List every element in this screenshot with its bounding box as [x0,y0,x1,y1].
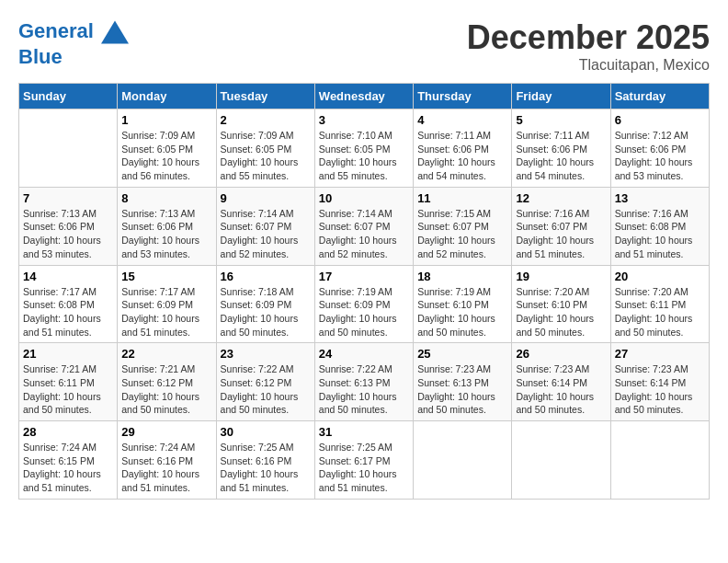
calendar-cell: 29Sunrise: 7:24 AMSunset: 6:16 PMDayligh… [118,421,216,500]
day-header-saturday: Saturday [610,84,709,109]
day-number: 25 [417,347,507,361]
calendar-cell: 28Sunrise: 7:24 AMSunset: 6:15 PMDayligh… [19,421,118,500]
calendar-cell: 2Sunrise: 7:09 AMSunset: 6:05 PMDaylight… [216,109,314,188]
calendar-cell: 24Sunrise: 7:22 AMSunset: 6:13 PMDayligh… [314,343,413,421]
day-number: 29 [121,425,211,439]
day-number: 17 [319,270,409,283]
day-info: Sunrise: 7:11 AMSunset: 6:06 PMDaylight:… [417,129,507,183]
calendar-cell: 27Sunrise: 7:23 AMSunset: 6:14 PMDayligh… [610,343,709,421]
day-number: 22 [121,347,211,361]
calendar-cell: 22Sunrise: 7:21 AMSunset: 6:12 PMDayligh… [118,343,216,421]
day-number: 9 [221,191,311,205]
day-number: 12 [516,191,606,205]
day-number: 6 [615,113,705,127]
calendar-cell: 21Sunrise: 7:21 AMSunset: 6:11 PMDayligh… [19,343,118,421]
day-number: 8 [121,191,211,205]
day-number: 14 [23,270,113,283]
day-info: Sunrise: 7:12 AMSunset: 6:06 PMDaylight:… [615,129,705,183]
calendar-cell: 10Sunrise: 7:14 AMSunset: 6:07 PMDayligh… [314,187,413,265]
day-header-wednesday: Wednesday [314,84,413,109]
day-number: 11 [417,191,507,205]
calendar-cell: 25Sunrise: 7:23 AMSunset: 6:13 PMDayligh… [414,343,512,421]
calendar-cell: 6Sunrise: 7:12 AMSunset: 6:06 PMDaylight… [610,109,709,188]
day-info: Sunrise: 7:16 AMSunset: 6:07 PMDaylight:… [516,207,606,261]
calendar-cell: 8Sunrise: 7:13 AMSunset: 6:06 PMDaylight… [118,187,216,265]
calendar-cell: 16Sunrise: 7:18 AMSunset: 6:09 PMDayligh… [216,265,314,343]
day-info: Sunrise: 7:24 AMSunset: 6:15 PMDaylight:… [23,441,113,495]
calendar-cell: 31Sunrise: 7:25 AMSunset: 6:17 PMDayligh… [314,421,413,500]
day-number: 1 [121,113,211,127]
calendar-cell: 9Sunrise: 7:14 AMSunset: 6:07 PMDaylight… [216,187,314,265]
day-info: Sunrise: 7:21 AMSunset: 6:11 PMDaylight:… [23,362,113,417]
svg-marker-0 [101,21,129,44]
day-info: Sunrise: 7:23 AMSunset: 6:14 PMDaylight:… [615,362,705,417]
day-number: 13 [615,191,705,205]
calendar-cell: 5Sunrise: 7:11 AMSunset: 6:06 PMDaylight… [512,109,610,188]
day-header-thursday: Thursday [414,84,512,109]
day-info: Sunrise: 7:24 AMSunset: 6:16 PMDaylight:… [121,441,211,495]
day-info: Sunrise: 7:19 AMSunset: 6:10 PMDaylight:… [417,285,507,339]
day-info: Sunrise: 7:17 AMSunset: 6:08 PMDaylight:… [23,285,113,339]
day-header-sunday: Sunday [19,84,118,109]
calendar-cell [19,109,118,188]
day-number: 3 [319,113,409,127]
day-info: Sunrise: 7:09 AMSunset: 6:05 PMDaylight:… [121,129,211,183]
calendar-cell: 17Sunrise: 7:19 AMSunset: 6:09 PMDayligh… [314,265,413,343]
calendar-cell: 19Sunrise: 7:20 AMSunset: 6:10 PMDayligh… [512,265,610,343]
title-block: December 2025 Tlacuitapan, Mexico [467,18,710,74]
day-header-friday: Friday [512,84,610,109]
calendar-cell: 30Sunrise: 7:25 AMSunset: 6:16 PMDayligh… [216,421,314,500]
day-info: Sunrise: 7:10 AMSunset: 6:05 PMDaylight:… [319,129,409,183]
calendar-cell: 4Sunrise: 7:11 AMSunset: 6:06 PMDaylight… [414,109,512,188]
calendar-cell: 11Sunrise: 7:15 AMSunset: 6:07 PMDayligh… [414,187,512,265]
day-number: 30 [221,425,311,439]
day-info: Sunrise: 7:22 AMSunset: 6:12 PMDaylight:… [221,362,311,417]
logo: General Blue [18,18,129,68]
day-info: Sunrise: 7:25 AMSunset: 6:16 PMDaylight:… [221,441,311,495]
day-number: 26 [516,347,606,361]
day-info: Sunrise: 7:19 AMSunset: 6:09 PMDaylight:… [319,285,409,339]
day-info: Sunrise: 7:25 AMSunset: 6:17 PMDaylight:… [319,441,409,495]
day-info: Sunrise: 7:13 AMSunset: 6:06 PMDaylight:… [121,207,211,261]
calendar-cell [610,421,709,500]
calendar-cell: 12Sunrise: 7:16 AMSunset: 6:07 PMDayligh… [512,187,610,265]
day-info: Sunrise: 7:23 AMSunset: 6:13 PMDaylight:… [417,362,507,417]
logo-line2: Blue [18,46,129,68]
calendar-cell: 18Sunrise: 7:19 AMSunset: 6:10 PMDayligh… [414,265,512,343]
day-info: Sunrise: 7:17 AMSunset: 6:09 PMDaylight:… [121,285,211,339]
day-number: 31 [319,425,409,439]
day-number: 27 [615,347,705,361]
day-number: 20 [615,270,705,283]
day-info: Sunrise: 7:11 AMSunset: 6:06 PMDaylight:… [516,129,606,183]
calendar-cell [512,421,610,500]
day-number: 16 [221,270,311,283]
day-info: Sunrise: 7:22 AMSunset: 6:13 PMDaylight:… [319,362,409,417]
day-number: 18 [417,270,507,283]
day-number: 2 [221,113,311,127]
day-number: 15 [121,270,211,283]
day-number: 10 [319,191,409,205]
calendar-cell: 15Sunrise: 7:17 AMSunset: 6:09 PMDayligh… [118,265,216,343]
calendar-cell: 13Sunrise: 7:16 AMSunset: 6:08 PMDayligh… [610,187,709,265]
day-info: Sunrise: 7:20 AMSunset: 6:11 PMDaylight:… [615,285,705,339]
calendar-cell: 26Sunrise: 7:23 AMSunset: 6:14 PMDayligh… [512,343,610,421]
day-number: 19 [516,270,606,283]
day-number: 23 [221,347,311,361]
day-info: Sunrise: 7:20 AMSunset: 6:10 PMDaylight:… [516,285,606,339]
page-header: General Blue December 2025 Tlacuitapan, … [18,18,710,74]
calendar-cell: 1Sunrise: 7:09 AMSunset: 6:05 PMDaylight… [118,109,216,188]
day-info: Sunrise: 7:15 AMSunset: 6:07 PMDaylight:… [417,207,507,261]
logo-text: General [18,18,129,46]
day-info: Sunrise: 7:14 AMSunset: 6:07 PMDaylight:… [319,207,409,261]
day-info: Sunrise: 7:21 AMSunset: 6:12 PMDaylight:… [121,362,211,417]
day-info: Sunrise: 7:09 AMSunset: 6:05 PMDaylight:… [221,129,311,183]
month-title: December 2025 [467,18,710,57]
calendar-cell: 14Sunrise: 7:17 AMSunset: 6:08 PMDayligh… [19,265,118,343]
day-header-monday: Monday [118,84,216,109]
calendar-cell: 20Sunrise: 7:20 AMSunset: 6:11 PMDayligh… [610,265,709,343]
location: Tlacuitapan, Mexico [467,57,710,74]
day-number: 24 [319,347,409,361]
day-number: 7 [23,191,113,205]
calendar-table: SundayMondayTuesdayWednesdayThursdayFrid… [18,83,710,500]
day-info: Sunrise: 7:14 AMSunset: 6:07 PMDaylight:… [221,207,311,261]
